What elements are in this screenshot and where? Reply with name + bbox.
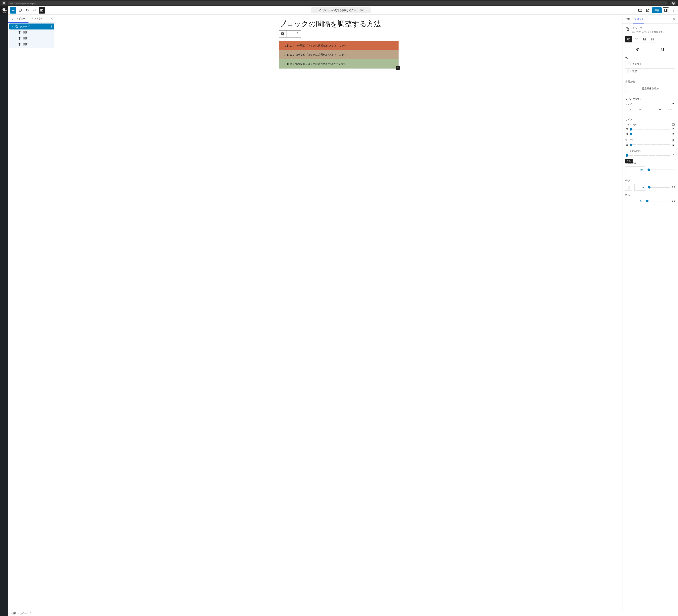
tree-item-paragraph[interactable]: 段落 [10,30,53,35]
svg-rect-21 [289,35,292,35]
title-pill[interactable]: ブロックの間隔を調整する方法 ⌘K [311,7,371,13]
border-width-slider[interactable] [648,187,670,188]
post-title-heading[interactable]: ブロックの間隔を調整する方法 [279,19,399,29]
browser-url-text: /wp-admin/post-new.php [10,2,36,5]
tab-outline[interactable]: アウトライン [29,14,49,23]
bgimage-options-button[interactable] [672,80,675,83]
svg-rect-6 [639,9,642,11]
border-radius-input[interactable]: px [625,197,644,205]
border-width-input[interactable]: px [634,184,646,191]
block-more-button[interactable] [294,31,301,37]
group-block[interactable]: これは１つの段落ブロックに背景色をつけたものです。 これは１つの段落ブロックに背… [279,41,399,69]
typography-options-button[interactable] [672,98,675,101]
ui-grid-icon[interactable] [2,1,6,5]
tree-item-more[interactable] [50,25,53,28]
min-height-slider[interactable] [648,170,675,170]
add-block-inside-button[interactable]: ＋ [396,66,400,70]
border-radius-slider[interactable] [646,201,670,202]
border-color-swatch[interactable] [625,184,632,191]
browser-url[interactable]: /wp-admin/post-new.php [8,1,668,5]
paragraph-block[interactable]: これは１つの段落ブロックに背景色をつけたものです。 [279,41,399,50]
breadcrumb-group[interactable]: グループ [21,612,31,615]
font-size-l[interactable]: L [645,107,655,112]
block-desc: コンテナにブロックを集めます。 [632,30,665,33]
font-size-xl[interactable]: XL [655,107,665,112]
font-size-xxl[interactable]: XXL [665,107,675,112]
svg-point-74 [674,180,674,180]
tab-styles[interactable] [650,46,675,53]
min-height-input[interactable]: px [625,166,645,173]
padding-v-custom[interactable] [672,128,675,131]
font-size-segment[interactable]: S M L XL XXL [625,107,675,112]
paragraph-icon [17,31,22,34]
close-list-view[interactable] [48,14,55,23]
more-options-button[interactable] [670,7,676,13]
svg-rect-26 [627,28,629,31]
tab-post[interactable]: 投稿 [623,14,633,23]
save-button[interactable]: 保存 [652,7,662,13]
font-size-s[interactable]: S [626,107,635,112]
section-title-border: 枠線 [625,179,630,182]
svg-rect-18 [282,33,284,35]
tab-list-view[interactable]: リストビュー [8,14,29,23]
paragraph-block[interactable]: これは１つの段落ブロックに背景色をつけたものです。 [279,59,399,69]
margin-vertical-slider[interactable] [625,143,675,146]
wordpress-logo[interactable] [0,6,8,14]
radius-unlink-button[interactable] [672,199,675,203]
browser-settings-icon[interactable] [670,1,676,5]
add-bg-image-button[interactable]: 背景画像を追加 [625,85,675,92]
redo-button[interactable] [32,7,38,13]
block-parent-button[interactable] [279,31,287,37]
svg-rect-30 [637,38,638,40]
padding-horizontal-slider[interactable] [625,133,675,136]
editor-canvas[interactable]: ブロックの間隔を調整する方法 これは１つの段落ブロックに背景色を [55,14,622,611]
tree-item-paragraph[interactable]: 段落 [10,41,53,47]
svg-rect-20 [289,34,291,34]
svg-rect-35 [651,39,652,40]
padding-vertical-slider[interactable] [625,128,675,131]
paragraph-block[interactable]: これは１つの段落ブロックに背景色をつけたものです。 [279,50,399,59]
svg-rect-53 [673,124,674,125]
typography-size-toggle[interactable] [672,103,675,106]
padding-h-custom[interactable] [672,133,675,136]
variant-group[interactable] [625,36,632,42]
tree-item-label: 段落 [23,43,28,46]
font-size-m[interactable]: M [635,107,645,112]
padding-link-toggle[interactable] [672,123,675,126]
block-gap-slider[interactable]: なし [625,154,675,157]
color-background-button[interactable]: 背景 [625,68,675,74]
color-options-button[interactable] [672,57,675,59]
svg-point-58 [673,128,674,129]
tools-button[interactable] [17,7,24,13]
toggle-sidebar-button[interactable] [663,7,669,13]
svg-point-43 [674,82,674,82]
align-button[interactable] [287,31,294,37]
close-inspector[interactable] [670,14,678,23]
tree-item-group[interactable]: グループ [9,24,54,30]
border-options-button[interactable] [672,179,675,182]
view-button[interactable] [637,7,643,13]
svg-point-22 [297,33,298,33]
preview-open-button[interactable] [645,7,651,13]
color-text-button[interactable]: テキスト [625,61,675,67]
variant-grid[interactable] [649,36,656,42]
variant-stack[interactable] [641,36,648,42]
svg-point-16 [51,27,51,28]
svg-rect-32 [644,39,646,40]
add-block-button[interactable] [10,7,16,13]
section-title-typography: タイポグラフィ [625,98,642,101]
margin-v-custom[interactable] [672,143,675,146]
undo-button[interactable] [24,7,31,13]
tab-settings[interactable] [625,46,650,53]
tree-item-paragraph[interactable]: 段落 [10,35,53,41]
tab-block[interactable]: ブロック [633,14,644,23]
variant-row[interactable] [633,36,640,42]
gap-custom[interactable] [672,154,675,157]
svg-point-51 [674,119,674,120]
group-icon [625,27,630,32]
margin-link-toggle[interactable] [672,139,675,142]
size-options-button[interactable] [672,118,675,121]
border-unlink-button[interactable] [672,185,675,189]
document-overview-button[interactable] [39,7,45,13]
breadcrumb-post[interactable]: 投稿 [11,612,16,615]
